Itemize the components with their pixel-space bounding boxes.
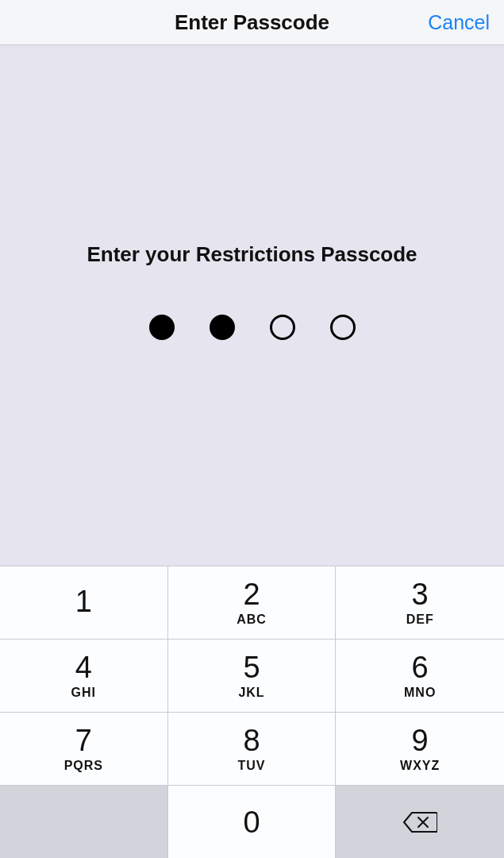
- letters: ABC: [237, 613, 267, 627]
- digit: 4: [75, 652, 92, 682]
- letters: MNO: [404, 686, 436, 700]
- cancel-button[interactable]: Cancel: [428, 0, 490, 44]
- keypad-key-7[interactable]: 7 PQRS: [0, 712, 168, 785]
- digit: 5: [243, 652, 260, 682]
- keypad-key-0[interactable]: 0: [168, 785, 337, 858]
- passcode-dots: [149, 315, 356, 340]
- header: Enter Passcode Cancel: [0, 0, 504, 45]
- keypad-key-2[interactable]: 2 ABC: [168, 566, 337, 639]
- digit: 0: [243, 807, 260, 837]
- letters: WXYZ: [400, 759, 440, 773]
- letters: JKL: [238, 686, 264, 700]
- letters: TUV: [237, 759, 265, 773]
- delete-icon: [402, 811, 437, 833]
- digit: 9: [412, 725, 429, 756]
- passcode-dot: [210, 315, 235, 340]
- passcode-dot: [149, 315, 175, 340]
- passcode-dot: [330, 315, 356, 340]
- digit: 3: [412, 579, 429, 609]
- keypad-blank: [0, 785, 168, 858]
- keypad: 1 2 ABC 3 DEF 4 GHI 5 JKL 6 MNO 7 PQRS 8…: [0, 566, 504, 858]
- digit: 2: [243, 579, 260, 609]
- prompt-text: Enter your Restrictions Passcode: [87, 242, 417, 267]
- letters: DEF: [406, 613, 434, 627]
- digit: 8: [243, 725, 260, 756]
- digit: 7: [75, 725, 92, 756]
- page-title: Enter Passcode: [175, 10, 329, 35]
- keypad-key-3[interactable]: 3 DEF: [336, 566, 504, 639]
- keypad-key-6[interactable]: 6 MNO: [336, 639, 504, 712]
- digit: 1: [75, 586, 92, 616]
- keypad-key-8[interactable]: 8 TUV: [168, 712, 337, 785]
- keypad-key-5[interactable]: 5 JKL: [168, 639, 337, 712]
- letters: PQRS: [64, 759, 103, 773]
- keypad-key-4[interactable]: 4 GHI: [0, 639, 168, 712]
- delete-button[interactable]: [336, 785, 504, 858]
- digit: 6: [412, 652, 429, 682]
- passcode-dot: [270, 315, 295, 340]
- keypad-key-1[interactable]: 1: [0, 566, 168, 639]
- content-area: Enter your Restrictions Passcode: [0, 45, 504, 566]
- keypad-key-9[interactable]: 9 WXYZ: [336, 712, 504, 785]
- letters: GHI: [71, 686, 96, 700]
